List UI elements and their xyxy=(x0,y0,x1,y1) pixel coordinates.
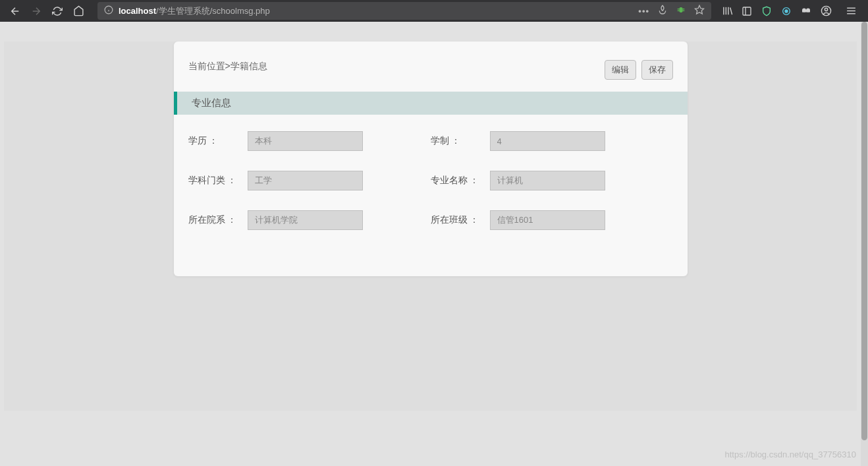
section-title: 专业信息 xyxy=(174,92,688,115)
watermark: https://blog.csdn.net/qq_37756310 xyxy=(725,450,857,459)
svg-rect-3 xyxy=(679,7,682,13)
category-label: 学科门类 ： xyxy=(188,175,248,187)
edit-button[interactable]: 编辑 xyxy=(605,60,636,80)
major-input[interactable] xyxy=(490,171,605,190)
page-content: 当前位置>学籍信息 编辑 保存 专业信息 学历 ： 学制 ： xyxy=(0,22,861,466)
breadcrumb: 当前位置>学籍信息 xyxy=(188,61,267,73)
system-input[interactable] xyxy=(490,131,605,151)
sidebar-icon[interactable] xyxy=(740,5,753,18)
account-icon[interactable] xyxy=(819,5,832,18)
svg-point-21 xyxy=(825,8,827,11)
bookmark-star-icon[interactable] xyxy=(694,5,705,17)
system-label: 学制 ： xyxy=(431,135,490,147)
url-text: localhost/学生管理系统/schoolmsg.php xyxy=(119,5,270,17)
shield-icon[interactable] xyxy=(760,5,773,18)
url-bar[interactable]: localhost/学生管理系统/schoolmsg.php ••• xyxy=(97,2,711,20)
svg-line-12 xyxy=(730,8,732,15)
bug-icon[interactable] xyxy=(676,5,686,17)
save-button[interactable]: 保存 xyxy=(641,60,673,80)
svg-point-16 xyxy=(785,10,788,13)
category-input[interactable] xyxy=(248,171,363,190)
svg-marker-8 xyxy=(695,5,703,14)
scrollbar-thumb[interactable] xyxy=(861,22,867,440)
class-label: 所在班级 ： xyxy=(431,214,490,226)
scrollbar[interactable] xyxy=(861,22,868,466)
major-label: 专业名称 ： xyxy=(431,175,490,187)
school-input[interactable] xyxy=(248,210,363,230)
back-button[interactable] xyxy=(5,2,25,20)
right-toolbar xyxy=(720,5,863,18)
menu-icon[interactable] xyxy=(844,5,857,18)
library-icon[interactable] xyxy=(720,5,734,18)
home-button[interactable] xyxy=(68,2,88,20)
reader-icon[interactable] xyxy=(657,5,668,17)
card: 当前位置>学籍信息 编辑 保存 专业信息 学历 ： 学制 ： xyxy=(174,42,688,276)
degree-label: 学历 ： xyxy=(188,135,248,147)
school-label: 所在院系 ： xyxy=(188,214,248,226)
reload-button[interactable] xyxy=(47,2,67,20)
degree-input[interactable] xyxy=(248,131,363,151)
info-icon[interactable] xyxy=(104,5,113,16)
extension-icon[interactable] xyxy=(800,5,813,18)
svg-rect-19 xyxy=(802,10,810,12)
ellipsis-icon[interactable]: ••• xyxy=(638,6,649,16)
class-input[interactable] xyxy=(490,210,605,230)
svg-rect-13 xyxy=(743,7,751,15)
forward-button[interactable] xyxy=(26,2,46,20)
target-icon[interactable] xyxy=(780,5,793,18)
browser-toolbar: localhost/学生管理系统/schoolmsg.php ••• xyxy=(0,0,868,22)
